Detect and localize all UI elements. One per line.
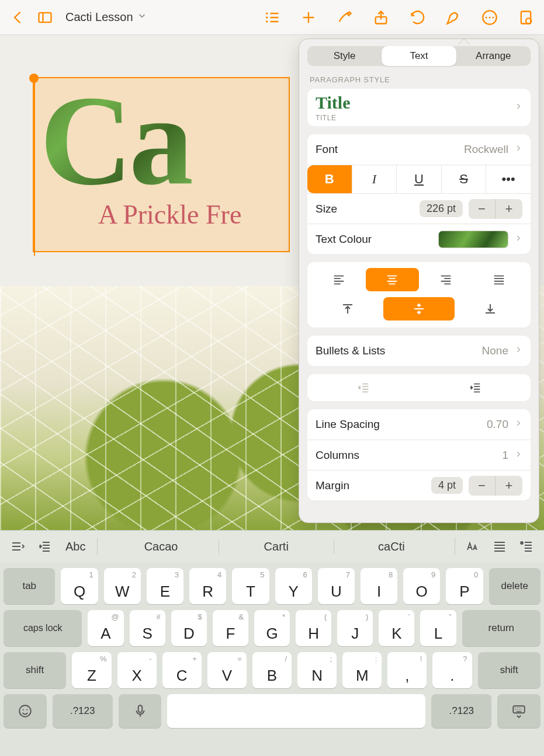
font-row[interactable]: Font Rockwell: [307, 134, 531, 165]
key-i[interactable]: 8I: [361, 568, 397, 604]
align-left-button[interactable]: [312, 268, 366, 291]
key-s[interactable]: #S: [130, 610, 165, 646]
tab-key[interactable]: tab: [4, 568, 55, 604]
line-spacing-label: Line Spacing: [316, 418, 380, 431]
bold-button[interactable]: B: [307, 165, 352, 193]
title-text-box[interactable]: Ca A Prickle Fre: [33, 77, 290, 252]
emoji-key[interactable]: [4, 694, 47, 728]
back-icon[interactable]: [8, 8, 28, 27]
key-j[interactable]: )J: [337, 610, 373, 646]
indent-shortcut-icon[interactable]: [33, 535, 56, 558]
key-m[interactable]: :M: [342, 652, 382, 688]
key-v[interactable]: =V: [207, 652, 247, 688]
suggestion-3[interactable]: caCti: [334, 540, 449, 553]
tab-arrange[interactable]: Arrange: [456, 46, 531, 66]
indent-button[interactable]: [419, 374, 531, 401]
text-size-shortcut-icon[interactable]: [461, 535, 484, 558]
shift-left-key[interactable]: shift: [4, 652, 66, 688]
key-d[interactable]: $D: [171, 610, 207, 646]
list-icon[interactable]: [262, 8, 282, 27]
text-style-row: B I U S •••: [307, 165, 531, 193]
dictate-key[interactable]: [119, 694, 162, 728]
abc-label[interactable]: Abc: [60, 540, 91, 553]
more-icon[interactable]: [480, 8, 500, 27]
italic-button[interactable]: I: [352, 165, 397, 193]
document-title[interactable]: Cacti Lesson: [62, 11, 151, 24]
draw-icon[interactable]: [335, 8, 355, 27]
document-settings-icon[interactable]: [516, 8, 536, 27]
key-p[interactable]: 0P: [446, 568, 483, 604]
title-text[interactable]: Ca: [34, 78, 289, 196]
align-justify-button[interactable]: [473, 268, 526, 291]
key-y[interactable]: 6Y: [275, 568, 312, 604]
key-q[interactable]: 1Q: [61, 568, 98, 604]
return-key[interactable]: return: [462, 610, 540, 646]
key-k[interactable]: ’K: [379, 610, 414, 646]
paragraph-menu-icon[interactable]: [6, 535, 29, 558]
space-key[interactable]: [167, 694, 425, 728]
shift-right-key[interactable]: shift: [478, 652, 540, 688]
valign-bottom-button[interactable]: [455, 297, 526, 320]
bullets-row[interactable]: Bullets & Lists None: [307, 336, 531, 366]
tab-text[interactable]: Text: [382, 46, 456, 66]
undo-icon[interactable]: [407, 8, 427, 27]
key-c[interactable]: +C: [162, 652, 202, 688]
key-o[interactable]: 9O: [403, 568, 440, 604]
margin-value[interactable]: 4 pt: [431, 477, 463, 494]
key-r[interactable]: 4R: [189, 568, 226, 604]
align-center-button[interactable]: [366, 268, 420, 291]
key-t[interactable]: 5T: [232, 568, 269, 604]
suggestion-2[interactable]: Carti: [219, 540, 334, 553]
key-x[interactable]: -X: [117, 652, 157, 688]
outdent-button[interactable]: [307, 374, 419, 401]
share-icon[interactable]: [371, 8, 391, 27]
svg-point-8: [492, 16, 494, 18]
columns-row[interactable]: Columns 1: [307, 440, 531, 470]
key-f[interactable]: &F: [213, 610, 248, 646]
align-right-button[interactable]: [419, 268, 473, 291]
key-e[interactable]: 3E: [147, 568, 183, 604]
numbers-left-key[interactable]: .?123: [53, 694, 113, 728]
valign-middle-button[interactable]: [383, 297, 455, 320]
key-l[interactable]: ”L: [420, 610, 456, 646]
size-increase-button[interactable]: +: [496, 199, 522, 219]
delete-key[interactable]: delete: [489, 568, 540, 604]
key-b[interactable]: /B: [252, 652, 292, 688]
underline-button[interactable]: U: [397, 165, 442, 193]
size-value[interactable]: 226 pt: [420, 200, 463, 217]
strikethrough-button[interactable]: S: [442, 165, 487, 193]
text-colour-swatch[interactable]: [438, 231, 508, 248]
insert-shortcut-icon[interactable]: [515, 535, 538, 558]
bullets-card: Bullets & Lists None: [307, 336, 531, 366]
capslock-key[interactable]: caps lock: [4, 610, 82, 646]
key-comma[interactable]: !,: [387, 652, 427, 688]
selection-handle[interactable]: [29, 74, 39, 83]
key-g[interactable]: *G: [254, 610, 290, 646]
subtitle-text[interactable]: A Prickle Fre: [34, 196, 289, 236]
keyboard-shortcut-bar: Abc Cacao Carti caCti: [0, 530, 544, 562]
add-icon[interactable]: [299, 8, 318, 27]
line-spacing-row[interactable]: Line Spacing 0.70: [307, 409, 531, 440]
key-w[interactable]: 2W: [104, 568, 141, 604]
tab-style[interactable]: Style: [307, 46, 382, 66]
view-options-icon[interactable]: [35, 8, 55, 27]
margin-decrease-button[interactable]: −: [469, 476, 496, 496]
margin-increase-button[interactable]: +: [496, 476, 522, 496]
key-a[interactable]: @A: [88, 610, 123, 646]
hide-keyboard-key[interactable]: [497, 694, 540, 728]
align-shortcut-icon[interactable]: [488, 535, 511, 558]
key-z[interactable]: %Z: [72, 652, 111, 688]
more-text-options-button[interactable]: •••: [486, 165, 531, 193]
numbers-right-key[interactable]: .?123: [431, 694, 491, 728]
svg-point-12: [19, 705, 31, 717]
valign-top-button[interactable]: [312, 297, 383, 320]
key-n[interactable]: ;N: [297, 652, 337, 688]
paragraph-style-card[interactable]: Title TITLE: [307, 89, 531, 126]
text-colour-row[interactable]: Text Colour: [307, 224, 531, 254]
key-u[interactable]: 7U: [318, 568, 355, 604]
format-brush-icon[interactable]: [443, 8, 463, 27]
suggestion-1[interactable]: Cacao: [103, 540, 219, 553]
key-period[interactable]: ?.: [432, 652, 472, 688]
key-h[interactable]: (H: [296, 610, 331, 646]
size-decrease-button[interactable]: −: [469, 199, 496, 219]
